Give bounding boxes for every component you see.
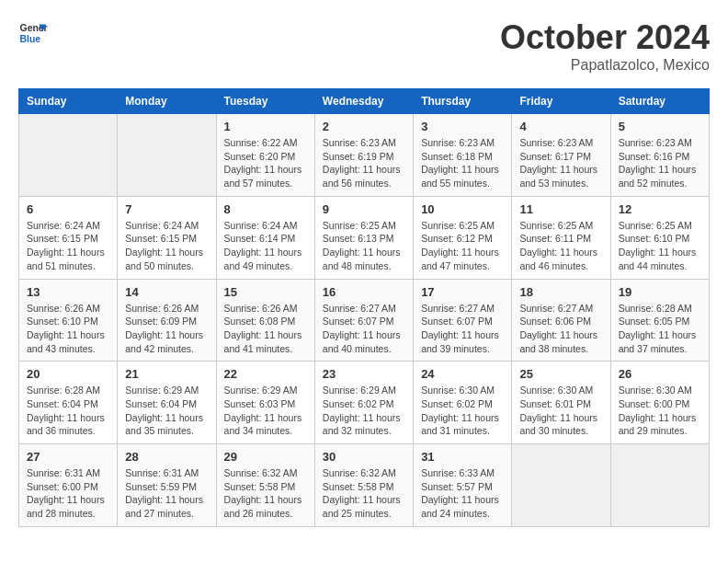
day-number: 6 (27, 202, 109, 216)
column-header-monday: Monday (118, 89, 216, 114)
day-info: Sunrise: 6:27 AM Sunset: 6:07 PM Dayligh… (421, 302, 504, 356)
day-number: 22 (224, 367, 307, 381)
day-info: Sunrise: 6:23 AM Sunset: 6:16 PM Dayligh… (619, 136, 701, 190)
day-info: Sunrise: 6:23 AM Sunset: 6:17 PM Dayligh… (519, 136, 602, 190)
day-number: 23 (323, 367, 405, 381)
day-info: Sunrise: 6:26 AM Sunset: 6:10 PM Dayligh… (27, 302, 109, 356)
day-number: 3 (421, 120, 504, 133)
calendar-cell (610, 444, 709, 527)
day-info: Sunrise: 6:29 AM Sunset: 6:03 PM Dayligh… (224, 384, 307, 438)
day-number: 18 (519, 285, 602, 299)
day-info: Sunrise: 6:30 AM Sunset: 6:01 PM Dayligh… (519, 384, 602, 438)
column-header-friday: Friday (512, 89, 610, 114)
day-info: Sunrise: 6:26 AM Sunset: 6:09 PM Dayligh… (125, 302, 208, 356)
month-title: October 2024 (500, 18, 710, 57)
day-info: Sunrise: 6:27 AM Sunset: 6:07 PM Dayligh… (323, 302, 405, 356)
calendar-cell: 21Sunrise: 6:29 AM Sunset: 6:04 PM Dayli… (118, 362, 216, 444)
day-info: Sunrise: 6:23 AM Sunset: 6:19 PM Dayligh… (323, 136, 405, 190)
day-number: 7 (125, 202, 208, 216)
calendar-cell (512, 444, 610, 527)
day-info: Sunrise: 6:25 AM Sunset: 6:13 PM Dayligh… (323, 219, 405, 273)
day-number: 25 (519, 367, 602, 381)
day-number: 14 (125, 285, 208, 299)
calendar-cell: 5Sunrise: 6:23 AM Sunset: 6:16 PM Daylig… (610, 114, 709, 197)
day-info: Sunrise: 6:32 AM Sunset: 5:58 PM Dayligh… (323, 466, 405, 521)
calendar-cell: 14Sunrise: 6:26 AM Sunset: 6:09 PM Dayli… (118, 279, 216, 362)
calendar-cell: 10Sunrise: 6:25 AM Sunset: 6:12 PM Dayli… (414, 196, 512, 279)
day-info: Sunrise: 6:24 AM Sunset: 6:15 PM Dayligh… (125, 219, 208, 273)
column-header-tuesday: Tuesday (216, 89, 314, 114)
calendar-cell: 22Sunrise: 6:29 AM Sunset: 6:03 PM Dayli… (216, 362, 314, 444)
day-number: 13 (27, 285, 109, 299)
column-header-wednesday: Wednesday (314, 89, 413, 114)
day-number: 5 (619, 120, 701, 133)
day-number: 11 (519, 202, 602, 216)
day-info: Sunrise: 6:22 AM Sunset: 6:20 PM Dayligh… (224, 136, 307, 190)
calendar-table: SundayMondayTuesdayWednesdayThursdayFrid… (18, 88, 710, 527)
calendar-cell: 13Sunrise: 6:26 AM Sunset: 6:10 PM Dayli… (19, 279, 118, 362)
calendar-cell: 11Sunrise: 6:25 AM Sunset: 6:11 PM Dayli… (512, 196, 610, 279)
day-number: 26 (619, 367, 701, 381)
calendar-cell: 19Sunrise: 6:28 AM Sunset: 6:05 PM Dayli… (610, 279, 709, 362)
day-number: 15 (224, 285, 307, 299)
day-number: 24 (421, 367, 504, 381)
calendar-cell: 8Sunrise: 6:24 AM Sunset: 6:14 PM Daylig… (216, 196, 314, 279)
calendar-cell: 9Sunrise: 6:25 AM Sunset: 6:13 PM Daylig… (314, 196, 413, 279)
calendar-cell: 4Sunrise: 6:23 AM Sunset: 6:17 PM Daylig… (512, 114, 610, 197)
calendar-cell: 27Sunrise: 6:31 AM Sunset: 6:00 PM Dayli… (19, 444, 118, 527)
calendar-cell: 18Sunrise: 6:27 AM Sunset: 6:06 PM Dayli… (512, 279, 610, 362)
calendar-cell: 12Sunrise: 6:25 AM Sunset: 6:10 PM Dayli… (610, 196, 709, 279)
day-info: Sunrise: 6:23 AM Sunset: 6:18 PM Dayligh… (421, 136, 504, 190)
calendar-cell: 20Sunrise: 6:28 AM Sunset: 6:04 PM Dayli… (19, 362, 118, 444)
calendar-week-row: 13Sunrise: 6:26 AM Sunset: 6:10 PM Dayli… (19, 279, 710, 362)
day-info: Sunrise: 6:26 AM Sunset: 6:08 PM Dayligh… (224, 302, 307, 356)
day-info: Sunrise: 6:25 AM Sunset: 6:12 PM Dayligh… (421, 219, 504, 273)
day-info: Sunrise: 6:30 AM Sunset: 6:00 PM Dayligh… (619, 384, 701, 438)
day-info: Sunrise: 6:30 AM Sunset: 6:02 PM Dayligh… (421, 384, 504, 438)
calendar-cell (118, 114, 216, 197)
logo: General Blue (18, 18, 48, 48)
calendar-cell: 26Sunrise: 6:30 AM Sunset: 6:00 PM Dayli… (610, 362, 709, 444)
calendar-cell: 25Sunrise: 6:30 AM Sunset: 6:01 PM Dayli… (512, 362, 610, 444)
day-number: 28 (125, 450, 208, 464)
day-number: 17 (421, 285, 504, 299)
day-info: Sunrise: 6:27 AM Sunset: 6:06 PM Dayligh… (519, 302, 602, 356)
calendar-cell: 28Sunrise: 6:31 AM Sunset: 5:59 PM Dayli… (118, 444, 216, 527)
calendar-header-row: SundayMondayTuesdayWednesdayThursdayFrid… (19, 89, 710, 114)
day-number: 27 (27, 450, 109, 464)
day-number: 9 (323, 202, 405, 216)
day-info: Sunrise: 6:33 AM Sunset: 5:57 PM Dayligh… (421, 466, 504, 521)
calendar-cell: 24Sunrise: 6:30 AM Sunset: 6:02 PM Dayli… (414, 362, 512, 444)
column-header-thursday: Thursday (414, 89, 512, 114)
calendar-week-row: 20Sunrise: 6:28 AM Sunset: 6:04 PM Dayli… (19, 362, 710, 444)
day-number: 10 (421, 202, 504, 216)
day-info: Sunrise: 6:32 AM Sunset: 5:58 PM Dayligh… (224, 466, 307, 521)
calendar-cell: 30Sunrise: 6:32 AM Sunset: 5:58 PM Dayli… (314, 444, 413, 527)
day-info: Sunrise: 6:29 AM Sunset: 6:04 PM Dayligh… (125, 384, 208, 438)
logo-icon: General Blue (18, 18, 48, 48)
calendar-cell: 7Sunrise: 6:24 AM Sunset: 6:15 PM Daylig… (118, 196, 216, 279)
svg-text:Blue: Blue (20, 34, 41, 44)
calendar-cell: 29Sunrise: 6:32 AM Sunset: 5:58 PM Dayli… (216, 444, 314, 527)
calendar-cell: 6Sunrise: 6:24 AM Sunset: 6:15 PM Daylig… (19, 196, 118, 279)
calendar-cell: 1Sunrise: 6:22 AM Sunset: 6:20 PM Daylig… (216, 114, 314, 197)
page-header: General Blue October 2024 Papatlazolco, … (18, 18, 710, 74)
day-number: 20 (27, 367, 109, 381)
calendar-cell: 16Sunrise: 6:27 AM Sunset: 6:07 PM Dayli… (314, 279, 413, 362)
day-number: 21 (125, 367, 208, 381)
day-number: 4 (519, 120, 602, 133)
calendar-week-row: 6Sunrise: 6:24 AM Sunset: 6:15 PM Daylig… (19, 196, 710, 279)
calendar-cell: 23Sunrise: 6:29 AM Sunset: 6:02 PM Dayli… (314, 362, 413, 444)
day-info: Sunrise: 6:28 AM Sunset: 6:04 PM Dayligh… (27, 384, 109, 438)
calendar-cell (19, 114, 118, 197)
day-number: 16 (323, 285, 405, 299)
calendar-cell: 17Sunrise: 6:27 AM Sunset: 6:07 PM Dayli… (414, 279, 512, 362)
calendar-cell: 3Sunrise: 6:23 AM Sunset: 6:18 PM Daylig… (414, 114, 512, 197)
day-info: Sunrise: 6:24 AM Sunset: 6:15 PM Dayligh… (27, 219, 109, 273)
day-info: Sunrise: 6:31 AM Sunset: 5:59 PM Dayligh… (125, 466, 208, 521)
day-number: 1 (224, 120, 307, 133)
day-number: 12 (619, 202, 701, 216)
day-info: Sunrise: 6:24 AM Sunset: 6:14 PM Dayligh… (224, 219, 307, 273)
day-info: Sunrise: 6:25 AM Sunset: 6:11 PM Dayligh… (519, 219, 602, 273)
day-number: 8 (224, 202, 307, 216)
